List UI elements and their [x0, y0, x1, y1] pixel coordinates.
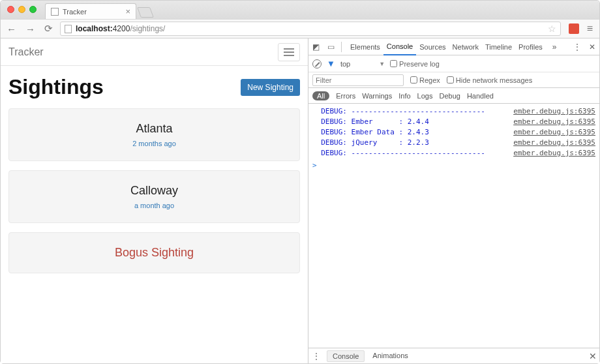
- drawer-close-icon[interactable]: ✕: [589, 351, 597, 361]
- sighting-card[interactable]: Atlanta2 months ago: [8, 108, 300, 161]
- browser-tab-bar: Tracker ×: [1, 1, 599, 19]
- devtools-tab-profiles[interactable]: Profiles: [515, 38, 546, 55]
- devtools-tab-timeline[interactable]: Timeline: [482, 38, 515, 55]
- drawer-menu-icon[interactable]: ⋮: [311, 350, 322, 362]
- card-subtitle: a month ago: [16, 202, 293, 209]
- browser-tab[interactable]: Tracker ×: [45, 3, 136, 19]
- url-host: localhost:: [76, 24, 113, 33]
- log-level-errors[interactable]: Errors: [336, 92, 355, 100]
- log-level-bar: AllErrorsWarningsInfoLogsDebugHandled: [308, 88, 599, 104]
- log-source-link[interactable]: ember.debug.js:6395: [513, 127, 595, 138]
- filter-icon[interactable]: ▼: [327, 59, 335, 68]
- devtools-panel: ◩ ▭ ElementsConsoleSourcesNetworkTimelin…: [308, 38, 599, 363]
- address-bar: ← → ⟳ localhost:4200/sightings/ ☆ ≡: [1, 19, 599, 38]
- log-level-info[interactable]: Info: [398, 92, 410, 100]
- log-source-link[interactable]: ember.debug.js:6395: [513, 138, 595, 148]
- inspect-icon[interactable]: ◩: [311, 41, 321, 53]
- device-toggle-icon[interactable]: ▭: [326, 41, 336, 53]
- devtools-tab-sources[interactable]: Sources: [416, 38, 449, 55]
- log-source-link[interactable]: ember.debug.js:6395: [513, 106, 595, 117]
- console-output[interactable]: DEBUG: -------------------------------em…: [308, 104, 599, 348]
- card-title: Bogus Sighting: [16, 246, 293, 260]
- devtools-tab-elements[interactable]: Elements: [347, 38, 383, 55]
- drawer-tab-animations[interactable]: Animations: [367, 350, 413, 362]
- new-sighting-button[interactable]: New Sighting: [241, 79, 300, 96]
- site-icon: [65, 25, 72, 33]
- nav-toggle-button[interactable]: [278, 43, 300, 61]
- minimize-window-icon[interactable]: [18, 6, 25, 13]
- console-line: DEBUG: Ember Data : 2.4.3ember.debug.js:…: [312, 127, 595, 138]
- overflow-icon[interactable]: »: [551, 41, 558, 53]
- window-controls: [7, 6, 37, 13]
- sighting-card[interactable]: Bogus Sighting: [8, 232, 300, 273]
- maximize-window-icon[interactable]: [29, 6, 37, 13]
- log-level-all[interactable]: All: [312, 91, 329, 100]
- devtools-tabs: ◩ ▭ ElementsConsoleSourcesNetworkTimelin…: [308, 38, 599, 55]
- devtools-close-icon[interactable]: ✕: [588, 41, 597, 53]
- drawer-tab-console[interactable]: Console: [327, 350, 365, 362]
- console-line: DEBUG: Ember : 2.4.4ember.debug.js:6395: [312, 117, 595, 127]
- close-tab-icon[interactable]: ×: [125, 7, 130, 16]
- tab-title: Tracker: [63, 8, 87, 16]
- log-level-warnings[interactable]: Warnings: [362, 92, 392, 100]
- log-level-logs[interactable]: Logs: [417, 92, 433, 100]
- browser-menu-icon[interactable]: ≡: [584, 22, 595, 36]
- console-prompt[interactable]: >: [312, 161, 595, 170]
- log-level-handled[interactable]: Handled: [467, 92, 494, 100]
- card-title: Calloway: [16, 184, 293, 198]
- console-line: DEBUG: jQuery : 2.2.3ember.debug.js:6395: [312, 138, 595, 148]
- log-source-link[interactable]: ember.debug.js:6395: [513, 148, 595, 159]
- bookmark-icon[interactable]: ☆: [548, 23, 556, 34]
- devtools-tab-network[interactable]: Network: [449, 38, 482, 55]
- url-input[interactable]: localhost:4200/sightings/ ☆: [60, 22, 561, 36]
- context-label: top: [340, 60, 350, 68]
- devtools-menu-icon[interactable]: ⋮: [572, 41, 582, 53]
- devtools-drawer: ⋮ ConsoleAnimations ✕: [308, 348, 599, 363]
- page-title: Sightings: [8, 75, 104, 99]
- console-line: DEBUG: -------------------------------em…: [312, 106, 595, 117]
- log-level-debug[interactable]: Debug: [439, 92, 460, 100]
- app-brand[interactable]: Tracker: [8, 46, 44, 58]
- reload-button[interactable]: ⟳: [42, 22, 55, 36]
- regex-checkbox[interactable]: Regex: [410, 76, 440, 84]
- card-title: Atlanta: [16, 122, 293, 136]
- new-tab-button[interactable]: [137, 7, 154, 18]
- hide-network-checkbox[interactable]: Hide network messages: [447, 76, 532, 84]
- page-icon: [51, 8, 59, 16]
- card-subtitle: 2 months ago: [16, 140, 293, 147]
- context-selector[interactable]: top ▼: [340, 60, 385, 68]
- app-viewport: Tracker Sightings New Sighting Atlanta2 …: [1, 38, 308, 363]
- clear-console-icon[interactable]: [312, 59, 322, 68]
- console-line: DEBUG: -------------------------------em…: [312, 148, 595, 159]
- app-navbar: Tracker: [1, 38, 308, 66]
- console-filter-input[interactable]: [312, 74, 404, 86]
- log-source-link[interactable]: ember.debug.js:6395: [513, 117, 595, 127]
- url-port: 4200: [113, 24, 130, 33]
- close-window-icon[interactable]: [7, 6, 14, 13]
- chevron-down-icon: ▼: [379, 61, 385, 67]
- forward-button[interactable]: →: [23, 22, 37, 36]
- back-button[interactable]: ←: [5, 22, 18, 36]
- ember-extension-icon[interactable]: [569, 23, 579, 34]
- url-path: /sightings/: [130, 24, 165, 33]
- devtools-tab-console[interactable]: Console: [383, 38, 416, 55]
- sighting-card[interactable]: Callowaya month ago: [8, 170, 300, 223]
- preserve-log-checkbox[interactable]: Preserve log: [390, 60, 440, 68]
